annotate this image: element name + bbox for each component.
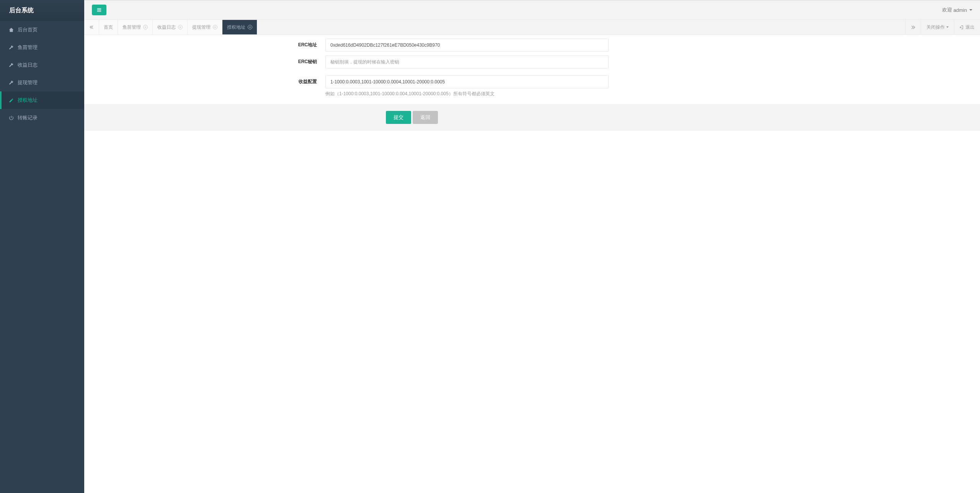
- main: 欢迎 admin 首页 鱼苗管理 × 收益日志: [84, 0, 980, 493]
- caret-down-icon: [969, 9, 972, 11]
- sidebar-item-label: 后台首页: [18, 26, 38, 33]
- sidebar-item-auth-address[interactable]: 授权地址: [0, 91, 84, 109]
- profit-config-label: 收益配置: [84, 75, 325, 85]
- sidebar: 后台系统 后台首页 鱼苗管理 收益日志: [0, 0, 84, 493]
- hamburger-icon: [96, 7, 102, 13]
- close-operations-menu[interactable]: 关闭操作: [921, 20, 954, 34]
- wrench-icon: [8, 62, 14, 68]
- double-right-icon: [911, 25, 915, 29]
- content: ERC地址 ERC秘钥 收益配置 例如（1-1000:0.0003,10: [84, 35, 980, 493]
- auth-address-form: ERC地址 ERC秘钥 收益配置 例如（1-1000:0.0003,10: [84, 35, 980, 131]
- tab-label: 授权地址: [227, 24, 245, 31]
- erc-address-input[interactable]: [325, 39, 609, 52]
- tab-withdraw[interactable]: 提现管理 ×: [188, 20, 222, 34]
- erc-secret-input[interactable]: [325, 55, 609, 68]
- username: admin: [954, 7, 967, 13]
- app-title: 后台系统: [9, 7, 34, 15]
- wrench-icon: [8, 80, 14, 85]
- double-left-icon: [90, 25, 93, 29]
- exit-label: 退出: [965, 24, 975, 31]
- sidebar-toggle-button[interactable]: [92, 5, 106, 15]
- sidebar-header: 后台系统: [0, 0, 84, 21]
- sidebar-item-label: 授权地址: [18, 97, 38, 104]
- field-erc-secret: ERC秘钥: [84, 55, 980, 68]
- exit-icon: [960, 25, 964, 29]
- caret-down-icon: [946, 26, 949, 28]
- profit-config-help: 例如（1-1000:0.0003,1001-10000:0.004,10001-…: [325, 91, 609, 97]
- welcome-prefix: 欢迎: [942, 7, 952, 13]
- submit-button[interactable]: 提交: [386, 111, 411, 124]
- tab-close-icon[interactable]: ×: [248, 25, 252, 29]
- tab-close-icon[interactable]: ×: [213, 25, 217, 29]
- topbar: 欢迎 admin: [84, 0, 980, 20]
- profit-config-input[interactable]: [325, 75, 609, 88]
- exit-button[interactable]: 退出: [954, 20, 980, 34]
- tab-home[interactable]: 首页: [99, 20, 118, 34]
- sidebar-item-fish[interactable]: 鱼苗管理: [0, 39, 84, 56]
- sidebar-item-label: 转账记录: [18, 114, 38, 121]
- tab-label: 首页: [104, 24, 113, 31]
- sidebar-item-profit-log[interactable]: 收益日志: [0, 56, 84, 74]
- tab-fish[interactable]: 鱼苗管理 ×: [118, 20, 153, 34]
- tab-auth-address[interactable]: 授权地址 ×: [222, 20, 257, 34]
- tab-label: 收益日志: [157, 24, 176, 31]
- tab-label: 鱼苗管理: [122, 24, 141, 31]
- form-actions: 提交 返回: [84, 104, 980, 131]
- tabs-bar: 首页 鱼苗管理 × 收益日志 × 提现管理 × 授权地址 ×: [84, 20, 980, 35]
- power-icon: [8, 115, 14, 120]
- back-button[interactable]: 返回: [413, 111, 438, 124]
- erc-address-label: ERC地址: [84, 39, 325, 48]
- field-erc-address: ERC地址: [84, 39, 980, 52]
- sidebar-nav: 后台首页 鱼苗管理 收益日志 提现管理: [0, 21, 84, 127]
- edit-icon: [8, 98, 14, 103]
- tabs-scroll-left[interactable]: [84, 20, 99, 34]
- sidebar-item-label: 收益日志: [18, 62, 38, 68]
- sidebar-item-label: 鱼苗管理: [18, 44, 38, 51]
- tab-close-icon[interactable]: ×: [143, 25, 148, 29]
- sidebar-item-dashboard[interactable]: 后台首页: [0, 21, 84, 39]
- erc-secret-label: ERC秘钥: [84, 55, 325, 65]
- close-ops-label: 关闭操作: [926, 24, 945, 31]
- tab-label: 提现管理: [192, 24, 211, 31]
- user-menu[interactable]: 欢迎 admin: [942, 7, 972, 13]
- sidebar-item-withdraw[interactable]: 提现管理: [0, 74, 84, 91]
- tabs-scroll-right[interactable]: [905, 20, 921, 34]
- tab-profit-log[interactable]: 收益日志 ×: [153, 20, 188, 34]
- field-profit-config: 收益配置 例如（1-1000:0.0003,1001-10000:0.004,1…: [84, 75, 980, 97]
- tab-close-icon[interactable]: ×: [178, 25, 183, 29]
- home-icon: [8, 27, 14, 33]
- sidebar-item-transfer[interactable]: 转账记录: [0, 109, 84, 127]
- sidebar-item-label: 提现管理: [18, 79, 38, 86]
- wrench-icon: [8, 45, 14, 50]
